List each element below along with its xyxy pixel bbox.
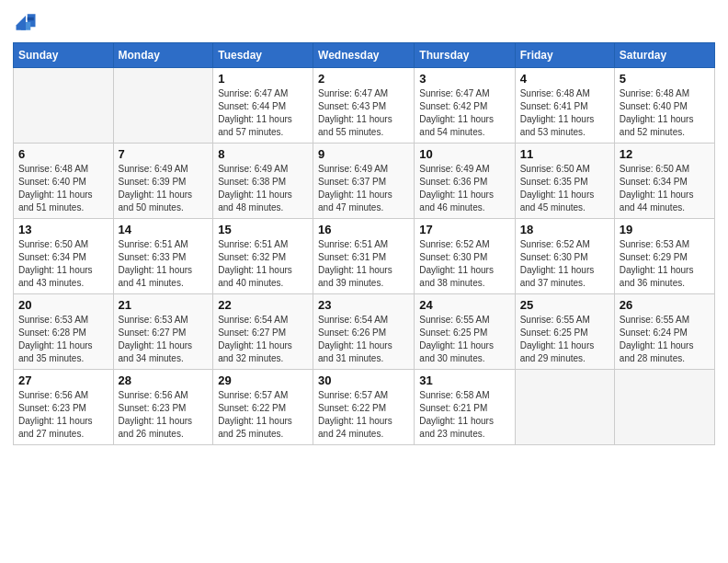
page: SundayMondayTuesdayWednesdayThursdayFrid… — [0, 0, 728, 563]
day-number: 14 — [119, 223, 209, 236]
day-info: Sunrise: 6:49 AM Sunset: 6:38 PM Dayligh… — [218, 163, 308, 214]
day-info: Sunrise: 6:53 AM Sunset: 6:29 PM Dayligh… — [620, 238, 710, 290]
day-info: Sunrise: 6:50 AM Sunset: 6:34 PM Dayligh… — [620, 163, 710, 214]
day-number: 26 — [620, 298, 710, 312]
day-cell: 15Sunrise: 6:51 AM Sunset: 6:32 PM Dayli… — [213, 219, 313, 294]
day-number: 24 — [419, 298, 509, 312]
day-number: 27 — [18, 373, 108, 387]
col-header-thursday: Thursday — [415, 43, 515, 68]
day-info: Sunrise: 6:51 AM Sunset: 6:31 PM Dayligh… — [318, 238, 409, 290]
day-info: Sunrise: 6:53 AM Sunset: 6:28 PM Dayligh… — [18, 314, 108, 365]
day-info: Sunrise: 6:51 AM Sunset: 6:32 PM Dayligh… — [218, 238, 308, 290]
day-info: Sunrise: 6:55 AM Sunset: 6:25 PM Dayligh… — [419, 314, 509, 365]
day-info: Sunrise: 6:47 AM Sunset: 6:44 PM Dayligh… — [218, 87, 308, 139]
day-info: Sunrise: 6:47 AM Sunset: 6:42 PM Dayligh… — [419, 87, 509, 139]
day-cell: 28Sunrise: 6:56 AM Sunset: 6:23 PM Dayli… — [113, 370, 213, 445]
day-number: 15 — [218, 223, 308, 236]
day-cell: 17Sunrise: 6:52 AM Sunset: 6:30 PM Dayli… — [415, 219, 515, 294]
day-cell: 20Sunrise: 6:53 AM Sunset: 6:28 PM Dayli… — [14, 294, 114, 370]
week-row-4: 20Sunrise: 6:53 AM Sunset: 6:28 PM Dayli… — [14, 294, 715, 370]
day-info: Sunrise: 6:49 AM Sunset: 6:36 PM Dayligh… — [419, 163, 509, 214]
day-cell: 9Sunrise: 6:49 AM Sunset: 6:37 PM Daylig… — [313, 144, 415, 219]
day-cell: 22Sunrise: 6:54 AM Sunset: 6:27 PM Dayli… — [213, 294, 313, 370]
day-cell: 6Sunrise: 6:48 AM Sunset: 6:40 PM Daylig… — [14, 144, 114, 219]
day-cell: 3Sunrise: 6:47 AM Sunset: 6:42 PM Daylig… — [415, 68, 515, 144]
day-number: 31 — [419, 373, 509, 387]
generalblue-logo-icon — [13, 9, 39, 35]
day-info: Sunrise: 6:54 AM Sunset: 6:26 PM Dayligh… — [318, 314, 409, 365]
logo-area — [13, 9, 42, 35]
day-cell: 11Sunrise: 6:50 AM Sunset: 6:35 PM Dayli… — [515, 144, 614, 219]
day-number: 4 — [520, 72, 609, 86]
header — [13, 9, 715, 35]
day-cell: 27Sunrise: 6:56 AM Sunset: 6:23 PM Dayli… — [14, 370, 114, 445]
week-row-1: 1Sunrise: 6:47 AM Sunset: 6:44 PM Daylig… — [14, 68, 715, 144]
day-cell — [14, 68, 114, 144]
day-cell: 1Sunrise: 6:47 AM Sunset: 6:44 PM Daylig… — [213, 68, 313, 144]
day-number: 3 — [419, 72, 509, 86]
day-number: 22 — [218, 298, 308, 312]
day-cell: 5Sunrise: 6:48 AM Sunset: 6:40 PM Daylig… — [614, 68, 714, 144]
day-cell: 12Sunrise: 6:50 AM Sunset: 6:34 PM Dayli… — [614, 144, 714, 219]
day-info: Sunrise: 6:52 AM Sunset: 6:30 PM Dayligh… — [419, 238, 509, 290]
day-cell: 7Sunrise: 6:49 AM Sunset: 6:39 PM Daylig… — [113, 144, 213, 219]
day-number: 23 — [318, 298, 409, 312]
day-number: 12 — [620, 147, 710, 161]
day-cell: 21Sunrise: 6:53 AM Sunset: 6:27 PM Dayli… — [113, 294, 213, 370]
day-number: 2 — [318, 72, 409, 86]
day-info: Sunrise: 6:54 AM Sunset: 6:27 PM Dayligh… — [218, 314, 308, 365]
day-cell: 24Sunrise: 6:55 AM Sunset: 6:25 PM Dayli… — [415, 294, 515, 370]
col-header-monday: Monday — [113, 43, 213, 68]
day-cell: 30Sunrise: 6:57 AM Sunset: 6:22 PM Dayli… — [313, 370, 415, 445]
day-number: 20 — [18, 298, 108, 312]
svg-marker-1 — [28, 17, 34, 21]
day-cell: 25Sunrise: 6:55 AM Sunset: 6:25 PM Dayli… — [515, 294, 614, 370]
calendar-table: SundayMondayTuesdayWednesdayThursdayFrid… — [13, 42, 715, 445]
day-number: 28 — [119, 373, 209, 387]
day-info: Sunrise: 6:48 AM Sunset: 6:41 PM Dayligh… — [520, 87, 609, 139]
day-cell: 14Sunrise: 6:51 AM Sunset: 6:33 PM Dayli… — [113, 219, 213, 294]
day-number: 8 — [218, 147, 308, 161]
day-cell: 23Sunrise: 6:54 AM Sunset: 6:26 PM Dayli… — [313, 294, 415, 370]
day-number: 1 — [218, 72, 308, 86]
day-number: 6 — [18, 147, 108, 161]
col-header-sunday: Sunday — [14, 43, 114, 68]
day-number: 19 — [620, 223, 710, 236]
day-cell: 31Sunrise: 6:58 AM Sunset: 6:21 PM Dayli… — [415, 370, 515, 445]
day-info: Sunrise: 6:56 AM Sunset: 6:23 PM Dayligh… — [119, 389, 209, 441]
day-number: 25 — [520, 298, 609, 312]
col-header-tuesday: Tuesday — [213, 43, 313, 68]
day-info: Sunrise: 6:57 AM Sunset: 6:22 PM Dayligh… — [218, 389, 308, 441]
day-info: Sunrise: 6:56 AM Sunset: 6:23 PM Dayligh… — [18, 389, 108, 441]
week-row-2: 6Sunrise: 6:48 AM Sunset: 6:40 PM Daylig… — [14, 144, 715, 219]
day-number: 10 — [419, 147, 509, 161]
week-row-5: 27Sunrise: 6:56 AM Sunset: 6:23 PM Dayli… — [14, 370, 715, 445]
day-number: 18 — [520, 223, 609, 236]
day-cell — [515, 370, 614, 445]
day-info: Sunrise: 6:51 AM Sunset: 6:33 PM Dayligh… — [119, 238, 209, 290]
day-number: 21 — [119, 298, 209, 312]
day-number: 16 — [318, 223, 409, 236]
day-info: Sunrise: 6:52 AM Sunset: 6:30 PM Dayligh… — [520, 238, 609, 290]
week-row-3: 13Sunrise: 6:50 AM Sunset: 6:34 PM Dayli… — [14, 219, 715, 294]
day-info: Sunrise: 6:48 AM Sunset: 6:40 PM Dayligh… — [620, 87, 710, 139]
day-cell: 16Sunrise: 6:51 AM Sunset: 6:31 PM Dayli… — [313, 219, 415, 294]
day-number: 5 — [620, 72, 710, 86]
day-number: 11 — [520, 147, 609, 161]
day-info: Sunrise: 6:50 AM Sunset: 6:34 PM Dayligh… — [18, 238, 108, 290]
day-number: 29 — [218, 373, 308, 387]
day-cell — [113, 68, 213, 144]
day-number: 30 — [318, 373, 409, 387]
col-header-wednesday: Wednesday — [313, 43, 415, 68]
day-info: Sunrise: 6:49 AM Sunset: 6:39 PM Dayligh… — [119, 163, 209, 214]
day-info: Sunrise: 6:55 AM Sunset: 6:25 PM Dayligh… — [520, 314, 609, 365]
day-info: Sunrise: 6:53 AM Sunset: 6:27 PM Dayligh… — [119, 314, 209, 365]
day-cell: 10Sunrise: 6:49 AM Sunset: 6:36 PM Dayli… — [415, 144, 515, 219]
col-header-friday: Friday — [515, 43, 614, 68]
day-cell — [614, 370, 714, 445]
day-cell: 18Sunrise: 6:52 AM Sunset: 6:30 PM Dayli… — [515, 219, 614, 294]
svg-marker-3 — [17, 16, 27, 30]
day-cell: 26Sunrise: 6:55 AM Sunset: 6:24 PM Dayli… — [614, 294, 714, 370]
day-cell: 19Sunrise: 6:53 AM Sunset: 6:29 PM Dayli… — [614, 219, 714, 294]
day-info: Sunrise: 6:57 AM Sunset: 6:22 PM Dayligh… — [318, 389, 409, 441]
